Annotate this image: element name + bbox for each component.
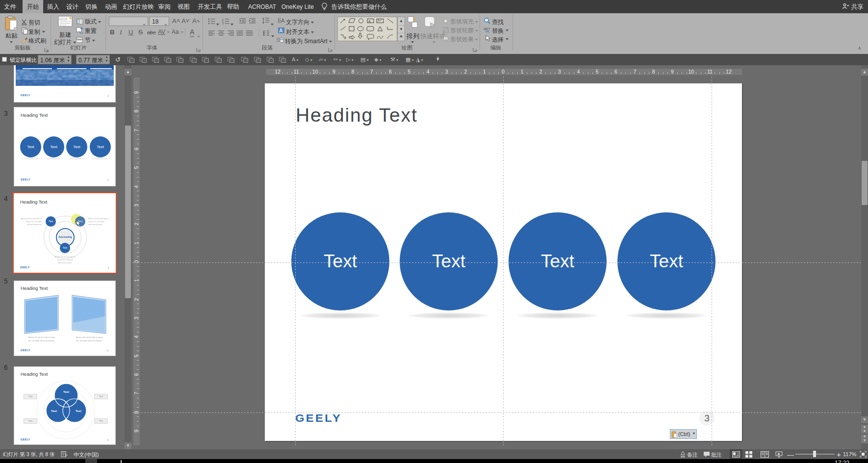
svg-text:Text: Text bbox=[51, 410, 57, 412]
svg-text:ac: ac bbox=[485, 29, 489, 33]
svg-text:3: 3 bbox=[222, 22, 224, 25]
svg-text:Text: Text bbox=[76, 410, 81, 412]
svg-text:A: A bbox=[281, 18, 285, 24]
svg-text:A: A bbox=[368, 20, 371, 23]
svg-text:Text: Text bbox=[63, 390, 69, 393]
svg-text:A: A bbox=[280, 28, 283, 33]
